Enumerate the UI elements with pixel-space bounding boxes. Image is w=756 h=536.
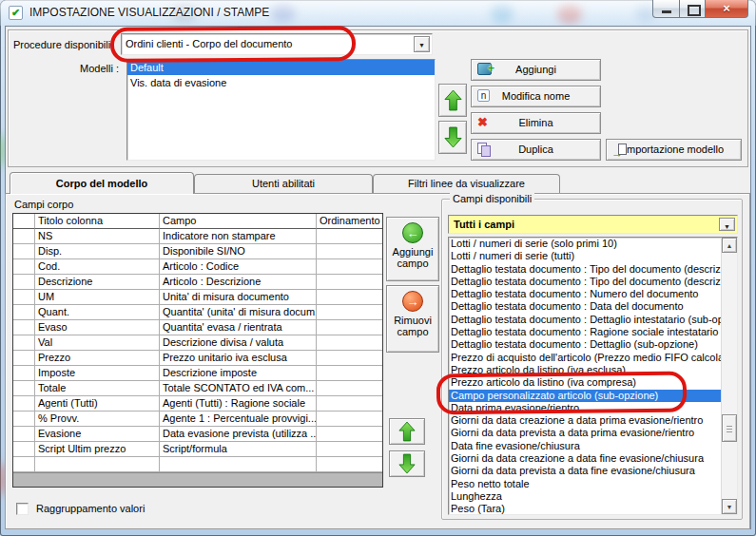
available-field-item[interactable]: Dettaglio testata documento : Tipo del d…	[449, 276, 721, 288]
available-field-item[interactable]: Peso (Tara)	[449, 503, 721, 514]
campi-corpo-table-body: Titolo colonnaCampoOrdinamentoNSIndicato…	[13, 214, 382, 472]
import-icon: →	[612, 144, 627, 157]
table-row[interactable]: TotaleTotale SCONTATO ed IVA com...	[13, 381, 382, 396]
table-cell: Agente 1 : Percentuale provvigi...	[160, 412, 317, 427]
model-move-down-button[interactable]	[438, 121, 467, 154]
available-field-item[interactable]: Lunghezza	[449, 490, 721, 503]
table-cell: Disponibile SI/NO	[160, 244, 317, 259]
model-move-up-button[interactable]	[438, 84, 467, 117]
available-field-item[interactable]: Lotti / numeri di serie (solo primi 10)	[449, 238, 721, 250]
available-field-item[interactable]: Dettaglio testata documento : Data del d…	[449, 300, 721, 313]
table-cell: Quantita' evasa / rientrata	[160, 320, 317, 335]
available-field-item[interactable]: Prezzo di acquisto dell'articolo (Prezzo…	[449, 352, 721, 364]
aggiungi-campo-button[interactable]: ← Aggiungi campo	[386, 217, 439, 281]
table-row[interactable]: EvasoQuantita' evasa / rientrata	[13, 320, 382, 335]
available-field-item[interactable]: Lotti / numeri di serie (tutti)	[449, 250, 721, 262]
tab-filtri-linee[interactable]: Filtri linee da visualizzare	[373, 174, 560, 193]
rimuovi-campo-label: Rimuovi campo	[387, 315, 438, 337]
campi-disponibili-items[interactable]: Lotti / numeri di serie (solo primi 10)L…	[449, 238, 721, 514]
left-arrow-icon: ←	[402, 222, 423, 243]
table-cell: Evaso	[35, 320, 160, 335]
modelli-item[interactable]: Vis. data di evasione	[127, 75, 435, 90]
table-row[interactable]: Quant.Quantita' (unita' di misura docum.…	[13, 305, 382, 320]
maximize-button[interactable]	[680, 0, 706, 18]
available-field-item[interactable]: Prezzo articolo da listino (iva compresa…	[449, 376, 721, 389]
modifica-nome-button[interactable]: n Modifica nome	[471, 86, 601, 107]
row-indicator-cell	[13, 290, 35, 305]
field-move-up-button[interactable]	[389, 418, 425, 445]
table-row[interactable]: Agenti (Tutti)Agenti (Tutti) : Ragione s…	[13, 396, 382, 412]
campi-disponibili-group: Campi disponibili Tutti i campi ▼ Lotti …	[441, 199, 743, 520]
available-field-item[interactable]: Dettaglio testata documento : Ragione so…	[449, 326, 721, 338]
chevron-down-icon[interactable]: ▼	[414, 36, 430, 52]
row-indicator-cell	[13, 427, 35, 442]
rimuovi-campo-button[interactable]: → Rimuovi campo	[386, 285, 439, 353]
minimize-button[interactable]	[652, 0, 680, 18]
tab-utenti-abilitati[interactable]: Utenti abilitati	[194, 174, 373, 193]
available-field-item[interactable]: Dettaglio testata documento : Dettaglio …	[449, 314, 721, 326]
modelli-list[interactable]: DefaultVis. data di evasione	[126, 59, 436, 161]
chevron-down-icon[interactable]: ▼	[719, 218, 735, 231]
duplica-button[interactable]: Duplica	[471, 139, 601, 161]
aggiungi-campo-label: Aggiungi campo	[387, 246, 438, 269]
table-row[interactable]: PrezzoPrezzo unitario iva esclusa	[13, 351, 382, 366]
row-indicator-cell	[13, 214, 35, 229]
available-field-item[interactable]: Peso netto totale	[449, 478, 721, 490]
table-row[interactable]	[13, 457, 382, 472]
available-field-item[interactable]: Dettaglio testata documento : Tipo del d…	[449, 263, 721, 276]
scrollbar-thumb[interactable]	[722, 414, 737, 442]
table-cell	[317, 442, 382, 457]
table-cell: Prezzo unitario iva esclusa	[160, 351, 317, 366]
table-row[interactable]: Script Ultim prezzoScript/formula	[13, 442, 382, 457]
tab-corpo-del-modello[interactable]: Corpo del modello	[10, 172, 194, 194]
available-field-item[interactable]: Data prima evasione/rientro	[449, 402, 721, 414]
copy-icon	[477, 143, 491, 156]
available-field-item[interactable]: Prezzo articolo da listino (iva esclusa)	[449, 364, 721, 376]
row-indicator-cell	[13, 457, 35, 472]
table-row[interactable]: Cod.Articolo : Codice	[13, 259, 382, 275]
available-field-item[interactable]: Dettaglio testata documento : Dettaglio …	[449, 338, 721, 351]
rename-icon: n	[477, 89, 490, 102]
close-button[interactable]: ×	[706, 0, 748, 18]
importazione-modello-button[interactable]: → Importazione modello	[606, 139, 742, 161]
row-indicator-cell	[13, 275, 35, 290]
table-row[interactable]: NSIndicatore non stampare	[13, 229, 382, 244]
table-row[interactable]: ImposteDescrizione imposte	[13, 366, 382, 381]
aggiungi-button[interactable]: + Aggiungi	[471, 59, 601, 81]
table-row[interactable]: ValDescrizione divisa / valuta	[13, 335, 382, 351]
scroll-down-icon[interactable]: ▼	[722, 499, 737, 514]
table-cell: Agenti (Tutti)	[35, 396, 160, 412]
available-field-item[interactable]: Campo personalizzato articolo (sub-opzio…	[449, 390, 721, 402]
table-cell: Data evasione prevista (utilizza ...	[160, 427, 317, 442]
available-field-item[interactable]: Giorni da data prevista a data prima eva…	[449, 427, 721, 439]
field-filter-combobox[interactable]: Tutti i campi ▼	[448, 215, 738, 234]
table-cell	[160, 457, 317, 472]
table-cell: Script/formula	[160, 442, 317, 457]
table-row[interactable]: DescrizioneArticolo : Descrizione	[13, 275, 382, 290]
table-row[interactable]: UMUnita' di misura documento	[13, 290, 382, 305]
raggruppamento-checkbox[interactable]	[16, 503, 29, 515]
table-cell: Descrizione	[35, 275, 160, 290]
campi-corpo-table: Titolo colonnaCampoOrdinamentoNSIndicato…	[12, 213, 383, 488]
table-cell	[317, 412, 382, 427]
available-field-item[interactable]: Giorni da data prevista a data fine evas…	[449, 465, 721, 477]
vertical-scrollbar[interactable]: ▲ ▼	[721, 238, 737, 514]
available-field-item[interactable]: Giorni da data creazione a data fine eva…	[449, 452, 721, 465]
procedure-combobox[interactable]: Ordini clienti - Corpo del documento ▼	[121, 33, 433, 55]
modelli-item[interactable]: Default	[127, 60, 435, 75]
down-arrow-icon	[444, 126, 462, 148]
table-cell: Quantita' (unita' di misura docum...	[160, 305, 317, 320]
table-row[interactable]: EvasioneData evasione prevista (utilizza…	[13, 427, 382, 442]
field-move-down-button[interactable]	[389, 450, 425, 477]
table-horizontal-scrollbar[interactable]	[13, 472, 382, 487]
available-field-item[interactable]: Dettaglio testata documento : Numero del…	[449, 288, 721, 300]
available-field-item[interactable]: Giorni da data creazione a data prima ev…	[449, 414, 721, 427]
table-cell: Articolo : Codice	[160, 259, 317, 275]
available-field-item[interactable]: Data fine evasione/chiusura	[449, 440, 721, 452]
down-arrow-icon	[398, 453, 416, 474]
table-row[interactable]: Disp.Disponibile SI/NO	[13, 244, 382, 259]
table-cell	[317, 457, 382, 472]
elimina-button[interactable]: ✖ Elimina	[471, 112, 601, 134]
table-row[interactable]: % Provv.Agente 1 : Percentuale provvigi.…	[13, 412, 382, 427]
scroll-up-icon[interactable]: ▲	[722, 238, 737, 253]
